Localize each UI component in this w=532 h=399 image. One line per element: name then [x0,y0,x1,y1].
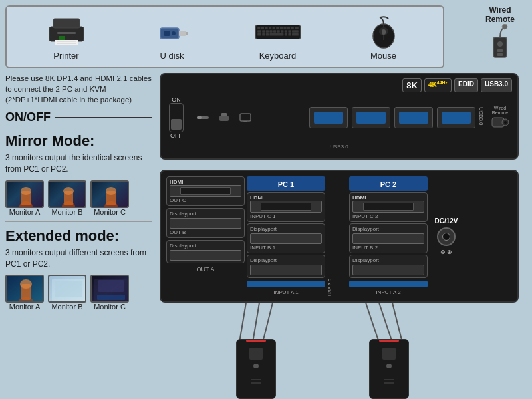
pc2-label-box: PC 2 [349,176,428,191]
pc1-drive-1 [251,379,261,380]
usb-port-1[interactable] [309,107,348,128]
input-c2-label: INPUT C 2 [352,213,424,219]
svg-rect-73 [221,113,227,116]
svg-rect-31 [284,30,287,33]
input-b2-label: INPUT B 2 [352,245,424,251]
usb-ports-group [309,107,475,128]
out-b-sublabel: OUT B [170,229,241,235]
input-b1-label: INPUT B 1 [250,245,322,251]
usb-port-3[interactable] [394,107,433,128]
dp-port[interactable] [170,250,241,261]
hdmi-out-c-port[interactable] [170,185,241,197]
pc2-label: PC 2 [380,180,396,188]
kvm-badges-row: 8K 4K44Hz EDID USB3.0 [166,78,512,92]
svg-rect-30 [281,30,283,33]
peripheral-udisk: U disk [149,14,196,61]
svg-point-52 [21,187,31,195]
mirror-monitor-b-label: Monitor B [51,208,82,216]
usb3-label: USB3.0 [478,107,484,126]
svg-point-11 [172,31,176,35]
usb-port-2[interactable] [352,107,390,128]
pc2-button[interactable] [386,364,392,368]
on-label: ON [172,96,181,103]
toggle-switch[interactable] [169,103,184,132]
dp-in-b2-group: Displayport INPUT B 2 [349,223,428,253]
kvm-bottom-unit: HDMI OUT C Displayport OUT B Displayport… [160,170,519,303]
pc1-drive-2 [251,382,261,384]
svg-rect-33 [292,30,299,33]
usb-port-2-group [352,107,390,128]
dp-in-b1-port[interactable] [250,233,322,244]
ext-monitor-b: Monitor B [48,275,86,311]
svg-rect-24 [257,30,261,33]
hdmi-in-c2-port[interactable] [352,201,424,213]
svg-rect-18 [276,27,279,29]
dp-out-b-group: Displayport OUT B [166,208,245,238]
mirror-monitor-c-label: Monitor C [94,208,126,216]
remote-label: Remote [485,15,515,24]
mirror-mode-title: Mirror Mode: [5,132,152,150]
dp-out-group: Displayport [166,240,245,263]
usb-port-4-group [437,107,475,128]
usb3-pc2-port[interactable] [349,281,428,287]
print-icon [218,113,230,122]
hdmi-in-c2-group: HDMI INPUT C 2 [349,192,428,222]
dp-a1-label: Displayport [250,257,322,263]
cables-svg [160,303,519,399]
svg-rect-36 [265,33,268,36]
svg-rect-10 [164,31,170,36]
svg-point-62 [20,279,32,289]
svg-rect-2 [57,32,76,34]
svg-rect-71 [197,116,202,119]
dp-out-b-port[interactable] [170,218,241,229]
kvm-top-unit: 8K 4K44Hz EDID USB3.0 ON OFF [160,73,519,160]
dp-in-a2-port[interactable] [352,265,424,275]
toggle-knob [171,119,182,130]
dc-polarity: ⊖ ⊕ [440,249,453,255]
hdmi-out-c-label: HDMI [170,179,241,185]
ext-monitor-c-label: Monitor C [94,303,126,311]
pc1-logo [249,348,263,360]
usb30-bottom-label: USB3.0 [166,139,512,151]
svg-rect-22 [291,27,293,29]
usb-port-4[interactable] [437,107,475,128]
pc1-label: PC 1 [278,180,294,188]
hdmi-in-c1-port[interactable] [250,201,322,213]
ext-screen-a [5,275,44,303]
svg-rect-4 [55,40,78,45]
dc-port[interactable] [437,227,456,246]
badge-4k: 4K44Hz [424,78,452,92]
svg-rect-75 [243,121,247,122]
pc2-drive-2 [384,382,394,384]
dp-in-b2-port[interactable] [352,233,424,244]
wired-remote-connector: WiredRemote [491,106,509,130]
svg-rect-20 [283,27,286,29]
usb3-pc1-port[interactable] [247,281,325,287]
mirror-mode-desc: 3 monitors output the identical screens … [5,152,152,175]
svg-rect-23 [295,27,299,29]
dp-b1-label: Displayport [250,226,322,232]
pc2-column: PC 2 HDMI INPUT C 2 Displayport INPUT B … [349,176,428,296]
usb3-label-container: USB3.0 [478,107,484,128]
input-a1-label: INPUT A 1 [247,289,325,296]
printer-icon [43,14,90,51]
pc2-drive-1 [384,379,394,380]
extended-mode-title: Extended mode: [5,227,152,245]
onoff-arrow-line [55,117,152,118]
pc1-button[interactable] [253,364,259,368]
dp-in-a1-port[interactable] [250,265,322,275]
svg-rect-1 [53,19,80,28]
keyboard-icon [255,14,301,51]
mirror-monitor-a: Monitor A [5,180,44,216]
dc-column: DC/12V ⊖ ⊕ [430,176,463,296]
svg-rect-21 [287,27,290,29]
output-column: HDMI OUT C Displayport OUT B Displayport… [166,176,245,296]
peripherals-box: Printer U disk [5,5,444,68]
svg-point-55 [63,187,74,195]
badge-8k: 8K [402,78,422,92]
dc-port-inner [442,233,450,241]
svg-line-81 [263,303,273,342]
svg-rect-28 [273,30,276,33]
svg-rect-17 [272,27,275,29]
out-a-label: OUT A [166,265,245,273]
